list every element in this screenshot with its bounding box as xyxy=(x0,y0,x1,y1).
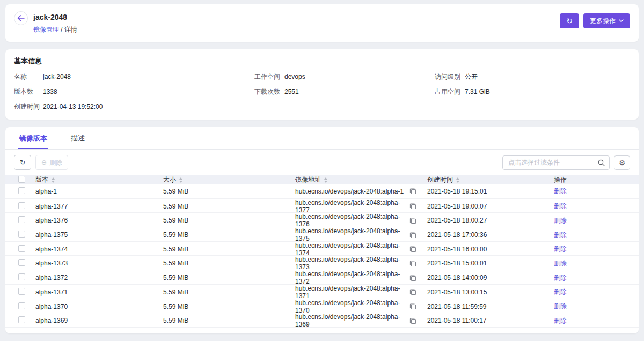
minus-circle-icon: ⊖ xyxy=(41,159,47,166)
table-refresh-button[interactable]: ↻ xyxy=(14,155,31,170)
batch-delete-button[interactable]: ⊖ 删除 xyxy=(35,155,68,170)
size-cell: 5.59 MiB xyxy=(163,231,295,239)
select-all-checkbox[interactable] xyxy=(18,176,25,183)
info-value-storage: 7.31 GiB xyxy=(465,88,630,96)
created-cell: 2021-05-18 14:00:09 xyxy=(427,274,554,281)
chevron-down-icon xyxy=(619,19,624,23)
tab-image-versions[interactable]: 镜像版本 xyxy=(18,127,48,149)
sort-icon xyxy=(179,177,182,183)
size-cell: 5.59 MiB xyxy=(163,317,295,324)
versions-card: 镜像版本 描述 ↻ ⊖ 删除 xyxy=(5,127,639,333)
info-label-downloads: 下载次数 xyxy=(254,88,284,96)
row-checkbox[interactable] xyxy=(18,216,25,223)
delete-row-link[interactable]: 删除 xyxy=(554,187,567,195)
table-row: alpha-1373 5.59 MiB hub.ecns.io/devops/j… xyxy=(5,256,639,270)
image-address: hub.ecns.io/devops/jack-2048:alpha-1373 xyxy=(295,256,409,271)
row-checkbox[interactable] xyxy=(18,245,25,252)
tab-description[interactable]: 描述 xyxy=(70,127,86,149)
row-checkbox[interactable] xyxy=(18,273,25,280)
copy-icon[interactable] xyxy=(409,203,416,210)
image-address: hub.ecns.io/devops/jack-2048:alpha-1376 xyxy=(295,213,409,228)
more-actions-button[interactable]: 更多操作 xyxy=(583,13,630,28)
breadcrumb: 镜像管理 / 详情 xyxy=(33,25,77,34)
delete-row-link[interactable]: 删除 xyxy=(554,288,567,295)
copy-icon[interactable] xyxy=(409,232,416,239)
version-cell: alpha-1371 xyxy=(35,288,163,296)
table-row: alpha-1 5.59 MiB hub.ecns.io/devops/jack… xyxy=(5,184,639,199)
size-cell: 5.59 MiB xyxy=(163,246,295,253)
row-checkbox[interactable] xyxy=(18,288,25,295)
column-header-address[interactable]: 镜像地址 xyxy=(295,175,427,184)
created-cell: 2021-05-18 18:00:27 xyxy=(427,217,554,224)
info-value-access: 公开 xyxy=(465,73,630,81)
copy-icon[interactable] xyxy=(409,188,416,195)
breadcrumb-separator: / xyxy=(61,26,62,33)
row-checkbox[interactable] xyxy=(18,187,25,194)
delete-row-link[interactable]: 删除 xyxy=(554,245,567,253)
image-address: hub.ecns.io/devops/jack-2048:alpha-1 xyxy=(295,188,404,195)
gear-icon: ⚙ xyxy=(619,159,625,167)
copy-icon[interactable] xyxy=(409,275,416,281)
basic-info-title: 基本信息 xyxy=(14,56,630,66)
image-address: hub.ecns.io/devops/jack-2048:alpha-1371 xyxy=(295,285,409,300)
info-value-created: 2021-04-13 19:52:00 xyxy=(43,103,254,111)
version-cell: alpha-1370 xyxy=(35,303,163,310)
tab-bar: 镜像版本 描述 xyxy=(5,127,639,150)
table-row: alpha-1375 5.59 MiB hub.ecns.io/devops/j… xyxy=(5,227,639,242)
delete-row-link[interactable]: 删除 xyxy=(554,317,567,324)
delete-row-link[interactable]: 删除 xyxy=(554,217,567,224)
back-button[interactable] xyxy=(14,11,28,25)
delete-row-link[interactable]: 删除 xyxy=(554,274,567,281)
refresh-icon: ↻ xyxy=(20,159,25,166)
image-address: hub.ecns.io/devops/jack-2048:alpha-1377 xyxy=(295,199,409,214)
version-cell: alpha-1373 xyxy=(35,260,163,267)
version-cell: alpha-1376 xyxy=(35,217,163,224)
row-checkbox[interactable] xyxy=(18,259,25,266)
delete-row-link[interactable]: 删除 xyxy=(554,260,567,267)
copy-icon[interactable] xyxy=(409,260,416,267)
more-actions-label: 更多操作 xyxy=(590,17,616,26)
table-footer: 12345···134 10 条/页 共 1338 条数据， 最近更新 2021… xyxy=(5,328,639,333)
column-header-size[interactable]: 大小 xyxy=(163,175,295,184)
info-label-created: 创建时间 xyxy=(14,103,43,111)
delete-row-link[interactable]: 删除 xyxy=(554,202,567,210)
search-icon xyxy=(598,159,605,166)
info-value-workspace: devops xyxy=(284,73,435,81)
copy-icon[interactable] xyxy=(409,317,416,324)
row-checkbox[interactable] xyxy=(18,316,25,323)
size-cell: 5.59 MiB xyxy=(163,217,295,224)
copy-icon[interactable] xyxy=(409,217,416,224)
basic-info-grid: 名称 jack-2048 工作空间 devops 访问级别 公开 版本数 133… xyxy=(14,73,630,111)
sort-icon xyxy=(456,177,459,183)
arrow-left-icon xyxy=(17,15,25,21)
image-address: hub.ecns.io/devops/jack-2048:alpha-1369 xyxy=(295,313,409,328)
filter-search-box[interactable] xyxy=(502,155,610,170)
info-label-name: 名称 xyxy=(14,73,43,81)
column-header-created[interactable]: 创建时间 xyxy=(427,175,554,184)
column-header-version[interactable]: 版本 xyxy=(35,175,163,184)
size-cell: 5.59 MiB xyxy=(163,203,295,210)
version-cell: alpha-1375 xyxy=(35,231,163,239)
row-checkbox[interactable] xyxy=(18,231,25,238)
table-header-row: 版本 大小 镜像地址 创建时间 操作 xyxy=(5,175,639,184)
created-cell: 2021-05-18 19:15:01 xyxy=(427,188,554,195)
breadcrumb-link[interactable]: 镜像管理 xyxy=(33,26,59,33)
table-row: alpha-1374 5.59 MiB hub.ecns.io/devops/j… xyxy=(5,242,639,256)
filter-input[interactable] xyxy=(508,159,598,166)
info-label-access: 访问级别 xyxy=(435,73,465,81)
created-cell: 2021-05-18 17:00:36 xyxy=(427,231,554,239)
row-checkbox[interactable] xyxy=(18,202,25,209)
copy-icon[interactable] xyxy=(409,246,416,253)
page-title: jack-2048 xyxy=(33,12,77,22)
delete-row-link[interactable]: 删除 xyxy=(554,231,567,239)
copy-icon[interactable] xyxy=(409,303,416,310)
image-address: hub.ecns.io/devops/jack-2048:alpha-1370 xyxy=(295,299,409,314)
refresh-button[interactable]: ↻ xyxy=(560,13,579,28)
column-settings-button[interactable]: ⚙ xyxy=(614,155,630,170)
copy-icon[interactable] xyxy=(409,288,416,295)
page-size-select[interactable]: 10 条/页 xyxy=(165,333,206,333)
delete-row-link[interactable]: 删除 xyxy=(554,302,567,310)
created-cell: 2021-05-18 16:00:00 xyxy=(427,246,554,253)
created-cell: 2021-05-18 19:00:07 xyxy=(427,203,554,210)
row-checkbox[interactable] xyxy=(18,302,25,309)
